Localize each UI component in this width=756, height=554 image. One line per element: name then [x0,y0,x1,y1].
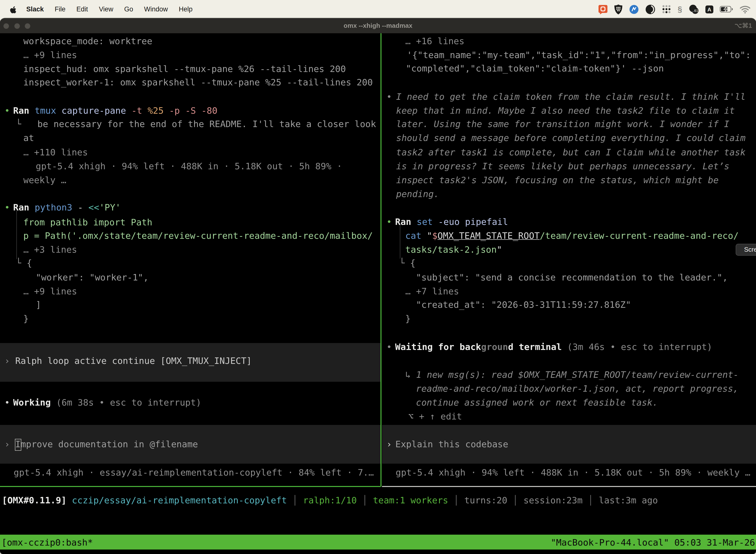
line-bullet: › [4,437,10,451]
text-run: workspace_mode: worktree [23,36,152,46]
text-run: weekly … [23,175,66,185]
text-run: -euo pipefail [438,216,508,227]
terminal-line: •Ran set -euo pipefail [382,215,756,229]
text-run: └ [16,258,26,268]
line-bullet: • [4,201,10,214]
text-run: groun [481,341,508,352]
text-run: session:23m [523,495,582,505]
text-run: Improve documentation in @filename [15,439,198,449]
terminal-line: ↳ 1 new msg(s): read $OMX_TEAM_STATE_ROO… [382,368,756,382]
terminal-line: "completed","claim_token":"claim-token"}… [382,62,756,75]
apple-icon [10,5,17,13]
terminal-line: readme-and-reco/mailbox/worker-1.json, a… [382,382,756,396]
text-run: team:1 workers [373,495,448,505]
text-run: task2 after task1 is complete, but can I… [396,147,746,157]
text-run: Ran [395,216,417,227]
text-run: tmux [35,105,62,116]
menu-item-window[interactable]: Window [139,5,173,13]
menu-item-view[interactable]: View [93,5,119,13]
tmux-pane-worker[interactable]: workspace_mode: worktree… +9 linesinspec… [0,33,380,487]
timer-61-icon[interactable]: ..61 [689,4,699,15]
terminal-line: inspect_hud: omx sparkshell --tmux-pane … [0,62,380,76]
text-run: 1 new msg(s): read $OMX_TEAM_STATE_ROOT/… [416,369,738,380]
screen-capture-tooltip[interactable]: Scre [736,244,756,256]
menu-items: FileEditViewGoWindowHelp [49,5,198,13]
terminal-line: •Working (6m 38s • esc to interrupt) [0,396,380,409]
text-run: gpt-5.4 xhigh · 94% left · 488K in · 5.1… [36,161,342,171]
menu-item-edit[interactable]: Edit [71,5,93,13]
text-run: … +16 lines [405,36,464,46]
text-run: $ [432,230,438,241]
text-run: "completed","claim_token":"claim-token"}… [406,63,664,73]
text-run: '{"team_name":"my-team","task_id":"1","f… [407,50,751,60]
text-run: } [405,313,411,324]
text-run: Working [13,397,51,407]
text-run: " [427,230,432,241]
text-run: ↳ [405,369,416,380]
terminal-line: pending. [382,187,756,201]
pane-divider[interactable] [380,33,381,487]
text-run: ] [36,299,41,310]
terminal-line: •I need to get the claim token from the … [382,90,756,104]
text-run: " [497,244,502,255]
text-run: later. Using the same for transition mig… [396,119,730,129]
battery-charging-icon[interactable] [720,4,733,15]
input-source-label: A [705,5,713,13]
text-run: is in progress? It seems likely but perh… [396,161,730,171]
terminal-line: … +110 lines [0,146,380,159]
menu-item-file[interactable]: File [49,5,71,13]
text-run: └ [399,258,410,268]
terminal-line: "worker": "worker-1", [0,271,380,284]
tmux-pane-hud[interactable]: … +16 lines'{"team_name":"my-team","task… [382,33,756,487]
terminal-line: ›Improve documentation in @filename [0,437,380,451]
terminal-line: └ { [382,256,756,270]
wifi-icon[interactable] [740,4,751,15]
terminal-line: tasks/task-2.json" [382,243,756,257]
text-run: pending. [396,189,439,199]
text-run: p = Path('.omx/state/team/review-current… [23,230,373,241]
active-app-name[interactable]: Slack [21,5,49,13]
text-run: { [26,258,32,268]
terminal-line: "created_at": "2026-03-31T11:59:27.816Z" [382,298,756,312]
text-run: last:3m ago [599,495,658,505]
terminal-line: … +16 lines [382,34,756,48]
terminal-line: [OMX#0.11.9] cczip/essay/ai-reimplementa… [0,493,756,507]
grid-dots-icon[interactable] [662,4,671,15]
text-run: continue assigned work or next feasible … [416,397,658,407]
menu-item-go[interactable]: Go [119,5,139,13]
text-run: "subject": "send a concise recommendatio… [416,272,728,282]
terminal-line: › Ralph loop active continue [OMX_TMUX_I… [0,354,380,368]
text-run: { [410,258,416,268]
text-run: -p -S -80 [169,105,217,116]
text-run: "created_at": "2026-03-31T11:59:27.816Z" [416,299,631,310]
squiggle-icon[interactable]: § [678,4,682,15]
privacy-shield-icon[interactable] [614,4,623,15]
window-title-bar[interactable]: omx --xhigh --madmax ⌥⌘1 [0,18,756,33]
text-run: … +110 lines [23,147,88,157]
text-run: cczip/essay/ai-reimplementation-copyleft [72,495,287,505]
menu-item-help[interactable]: Help [173,5,198,13]
terminal-line: •Ran tmux capture-pane -t %25 -p -S -80 [0,104,380,118]
text-run: Ran [13,202,35,213]
terminal-line: cat "$OMX_TEAM_STATE_ROOT/team/review-cu… [382,229,756,243]
window-shortcut-hint: ⌥⌘1 [735,18,752,33]
input-source-a-icon[interactable]: A [705,4,713,15]
apple-menu[interactable] [6,5,21,13]
slack-notification-icon[interactable] [598,4,608,15]
terminal-line: … +3 lines [0,243,380,257]
crescent-app-icon[interactable] [645,4,655,15]
text-run: } [23,313,29,324]
terminal-line: gpt-5.4 xhigh · 94% left · 488K in · 5.1… [382,466,756,480]
menu-bar-left: Slack FileEditViewGoWindowHelp [0,5,198,13]
line-bullet: • [386,340,392,354]
terminal-line: at [0,131,380,145]
terminal-line: p = Path('.omx/state/team/review-current… [0,229,380,243]
text-run: › [4,355,15,366]
text-run: %25 [147,105,169,116]
tmux-session-label: [omx-cczip0:bash* [0,537,93,547]
text-run: inspect_worker-1: omx sparkshell --tmux-… [23,77,373,88]
terminal-line: '{"team_name":"my-team","task_id":"1","f… [382,48,756,62]
text-run: /team/review-current-readme-and-reco/ [540,230,739,241]
terminal-line: … +9 lines [0,48,380,62]
sync-badge-icon[interactable] [629,4,639,15]
